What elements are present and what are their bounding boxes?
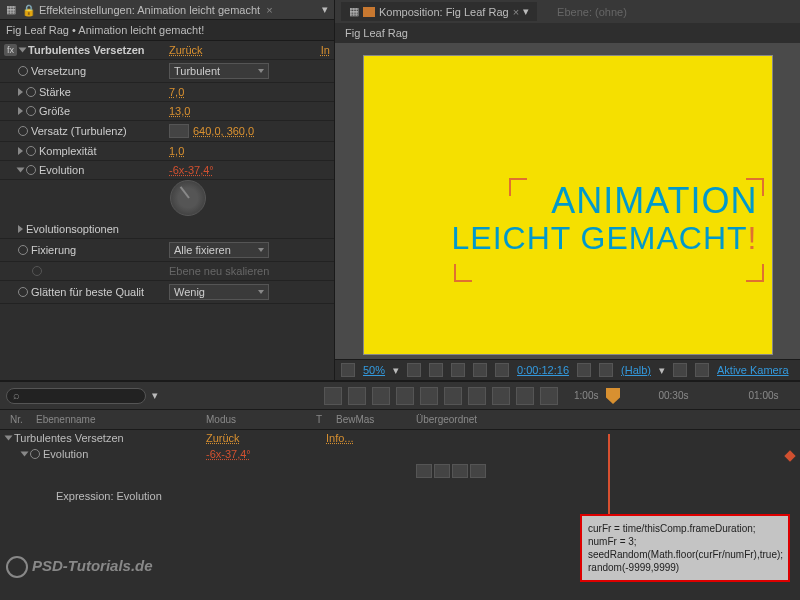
tool-icon[interactable] xyxy=(468,387,486,405)
expand-icon[interactable] xyxy=(18,107,23,115)
view-icon[interactable] xyxy=(695,363,709,377)
grid-icon[interactable] xyxy=(341,363,355,377)
tool-icon[interactable] xyxy=(396,387,414,405)
expr-line: random(-9999,9999) xyxy=(588,561,782,574)
prop-fixierung: Fixierung Alle fixieren xyxy=(0,239,334,262)
resolution[interactable]: (Halb) xyxy=(621,364,651,376)
viewport[interactable]: ANIMATION LEICHT GEMACHT! xyxy=(335,43,800,359)
effect-controls-panel: ▦ 🔒 Effekteinstellungen: Animation leich… xyxy=(0,0,335,380)
view-icon[interactable] xyxy=(429,363,443,377)
panel-dropdown-icon[interactable]: ▾ xyxy=(322,3,328,16)
reset-link[interactable]: Zurück xyxy=(169,44,203,56)
panel-menu-icon[interactable]: ▦ xyxy=(349,5,359,18)
versetzung-dropdown[interactable]: Turbulent xyxy=(169,63,269,79)
effect-name: Turbulentes Versetzen xyxy=(28,44,145,56)
zoom-level[interactable]: 50% xyxy=(363,364,385,376)
stopwatch-icon[interactable] xyxy=(26,146,36,156)
dropdown-icon[interactable]: ▾ xyxy=(152,389,158,402)
dropdown-icon[interactable]: ▾ xyxy=(523,5,529,18)
camera-icon[interactable] xyxy=(577,363,591,377)
time-marker[interactable] xyxy=(606,388,620,404)
search-input[interactable] xyxy=(6,388,146,404)
camera-select[interactable]: Aktive Kamera xyxy=(717,364,789,376)
dropdown-icon[interactable]: ▾ xyxy=(393,364,399,377)
tab-layer[interactable]: Ebene: (ohne) xyxy=(549,2,635,21)
effect-header[interactable]: fx Turbulentes Versetzen Zurück In xyxy=(0,41,334,60)
expand-icon[interactable] xyxy=(18,88,23,96)
evolution-dial[interactable] xyxy=(170,180,206,216)
stopwatch-icon[interactable] xyxy=(30,449,40,459)
close-icon[interactable]: × xyxy=(513,6,519,18)
komplex-value[interactable]: 1,0 xyxy=(169,145,184,157)
keyframe-icon[interactable] xyxy=(784,450,795,461)
stopwatch-icon[interactable] xyxy=(26,106,36,116)
fx-badge: fx xyxy=(4,44,17,56)
stopwatch-icon[interactable] xyxy=(18,245,28,255)
timeline-row: Expression: Evolution xyxy=(0,488,800,504)
tab-composition[interactable]: ▦ Komposition: Fig Leaf Rag × ▾ xyxy=(341,2,537,21)
timecode[interactable]: 0:00:12:16 xyxy=(517,364,569,376)
staerke-value[interactable]: 7,0 xyxy=(169,86,184,98)
expand-icon[interactable] xyxy=(5,436,13,441)
comp-subtab[interactable]: Fig Leaf Rag xyxy=(335,23,800,43)
stopwatch-icon[interactable] xyxy=(26,87,36,97)
snapshot-icon[interactable] xyxy=(599,363,613,377)
prop-evopts[interactable]: Evolutionsoptionen xyxy=(0,220,334,239)
versatz-value[interactable]: 640,0, 360,0 xyxy=(193,125,254,137)
expr-btn[interactable] xyxy=(452,464,468,478)
groesse-value[interactable]: 13,0 xyxy=(169,105,190,117)
tool-icon[interactable] xyxy=(516,387,534,405)
tool-icon[interactable] xyxy=(492,387,510,405)
view-icon[interactable] xyxy=(673,363,687,377)
lock-icon[interactable]: 🔒 xyxy=(22,4,33,15)
expand-icon[interactable] xyxy=(19,48,27,53)
expand-icon[interactable] xyxy=(17,168,25,173)
tool-icon[interactable] xyxy=(348,387,366,405)
dropdown-icon[interactable]: ▾ xyxy=(659,364,665,377)
expand-icon[interactable] xyxy=(18,225,23,233)
tool-icon[interactable] xyxy=(324,387,342,405)
expand-icon[interactable] xyxy=(18,147,23,155)
view-icon[interactable] xyxy=(495,363,509,377)
evolution-value[interactable]: -6x-37,4° xyxy=(169,164,214,176)
expr-line: numFr = 3; xyxy=(588,535,782,548)
tool-icon[interactable] xyxy=(540,387,558,405)
view-icon[interactable] xyxy=(407,363,421,377)
expr-btn[interactable] xyxy=(434,464,450,478)
col-ueber: Übergeordnet xyxy=(412,412,481,427)
modus-link[interactable]: Zurück xyxy=(206,432,326,444)
info-link[interactable]: Info... xyxy=(326,432,354,444)
timeline-row[interactable]: Evolution -6x-37,4° xyxy=(0,446,800,462)
panel-menu-icon[interactable]: ▦ xyxy=(6,3,16,16)
info-link[interactable]: In xyxy=(321,44,330,56)
expr-btn[interactable] xyxy=(416,464,432,478)
bracket-icon xyxy=(454,264,472,282)
tool-icon[interactable] xyxy=(444,387,462,405)
prop-label: Ebene neu skalieren xyxy=(169,265,269,277)
view-icon[interactable] xyxy=(473,363,487,377)
expr-line: seedRandom(Math.floor(curFr/numFr),true)… xyxy=(588,548,782,561)
stopwatch-icon[interactable] xyxy=(18,287,28,297)
tool-icon[interactable] xyxy=(420,387,438,405)
time-label: 00:30s xyxy=(658,390,688,401)
fixierung-dropdown[interactable]: Alle fixieren xyxy=(169,242,269,258)
prop-label: Versetzung xyxy=(31,65,86,77)
expression-editor[interactable]: curFr = time/thisComp.frameDuration; num… xyxy=(580,514,790,582)
timeline-row[interactable]: Turbulentes Versetzen Zurück Info... xyxy=(0,430,800,446)
close-icon[interactable]: × xyxy=(266,4,272,16)
view-icon[interactable] xyxy=(451,363,465,377)
expand-icon[interactable] xyxy=(21,452,29,457)
prop-versatz: Versatz (Turbulenz) 640,0, 360,0 xyxy=(0,121,334,142)
stopwatch-icon[interactable] xyxy=(18,126,28,136)
stopwatch-icon[interactable] xyxy=(26,165,36,175)
globe-icon xyxy=(6,556,28,578)
stopwatch-icon[interactable] xyxy=(18,66,28,76)
col-bewmas: BewMas xyxy=(332,412,412,427)
breadcrumb: Fig Leaf Rag • Animation leicht gemacht! xyxy=(0,20,334,41)
glaetten-dropdown[interactable]: Wenig xyxy=(169,284,269,300)
tool-icon[interactable] xyxy=(372,387,390,405)
evolution-value[interactable]: -6x-37,4° xyxy=(206,448,251,460)
crosshair-icon[interactable] xyxy=(169,124,189,138)
time-ruler[interactable]: 1:00s 00:30s 01:00s xyxy=(564,386,794,405)
expr-btn[interactable] xyxy=(470,464,486,478)
